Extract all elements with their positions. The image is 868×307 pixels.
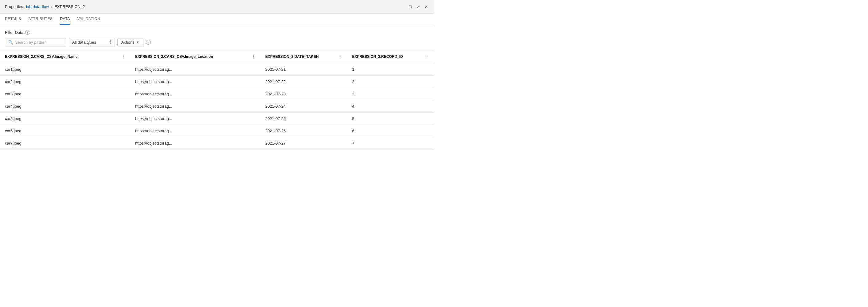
col-menu-icon-image-name[interactable]: ⋮ [121, 54, 125, 59]
cell-record-id: 7 [347, 137, 434, 149]
actions-dropdown-icon: ▼ [136, 40, 140, 44]
cell-image-name: car4.jpeg [0, 100, 130, 113]
table-row: car5.jpeghttps://objectstorag...2021-07-… [0, 113, 434, 125]
filter-controls: 🔍 All data types ▲▼ Actions ▼ i [5, 38, 429, 47]
cell-image-location: https://objectstorag... [130, 137, 260, 149]
col-label-record-id: EXPRESSION_2.RECORD_ID [352, 54, 403, 59]
cell-record-id: 1 [347, 63, 434, 76]
cell-image-location: https://objectstorag... [130, 76, 260, 88]
cell-image-location: https://objectstorag... [130, 88, 260, 100]
table-row: car2.jpeghttps://objectstorag...2021-07-… [0, 76, 434, 88]
table-body: car1.jpeghttps://objectstorag...2021-07-… [0, 63, 434, 149]
close-icon: ✕ [425, 4, 428, 9]
col-menu-icon-image-location[interactable]: ⋮ [251, 54, 255, 59]
table-header-row: EXPRESSION_2.CARS_CSV.Image_Name ⋮ EXPRE… [0, 51, 434, 63]
cell-date-taken: 2021-07-25 [260, 113, 347, 125]
close-button[interactable]: ✕ [424, 3, 429, 10]
cell-image-name: car6.jpeg [0, 125, 130, 137]
col-menu-icon-record-id[interactable]: ⋮ [425, 54, 429, 59]
cell-record-id: 2 [347, 76, 434, 88]
table-row: car7.jpeghttps://objectstorag...2021-07-… [0, 137, 434, 149]
cell-date-taken: 2021-07-22 [260, 76, 347, 88]
table-row: car4.jpeghttps://objectstorag...2021-07-… [0, 100, 434, 113]
col-header-date-taken: EXPRESSION_2.DATE_TAKEN ⋮ [260, 51, 347, 63]
data-table: EXPRESSION_2.CARS_CSV.Image_Name ⋮ EXPRE… [0, 51, 434, 149]
cell-record-id: 6 [347, 125, 434, 137]
cell-date-taken: 2021-07-21 [260, 63, 347, 76]
cell-image-name: car2.jpeg [0, 76, 130, 88]
expand-button[interactable]: ⤢ [415, 3, 421, 10]
split-view-icon: ⊟ [408, 4, 412, 9]
breadcrumb-chevron: » [51, 5, 53, 9]
breadcrumb-link[interactable]: lab-data-flow [26, 4, 49, 9]
tab-validation[interactable]: VALIDATION [78, 13, 100, 25]
expand-icon: ⤢ [416, 4, 420, 9]
tab-data[interactable]: DATA [60, 13, 70, 25]
filter-label: Filter Data i [5, 30, 429, 35]
cell-record-id: 5 [347, 113, 434, 125]
search-icon: 🔍 [8, 40, 13, 45]
actions-info-icon: i [146, 40, 151, 45]
cell-image-name: car5.jpeg [0, 113, 130, 125]
table-row: car6.jpeghttps://objectstorag...2021-07-… [0, 125, 434, 137]
cell-image-name: car3.jpeg [0, 88, 130, 100]
tabs-bar: DETAILS ATTRIBUTES DATA VALIDATION [0, 13, 434, 25]
cell-record-id: 4 [347, 100, 434, 113]
tab-attributes[interactable]: ATTRIBUTES [29, 13, 53, 25]
cell-record-id: 3 [347, 88, 434, 100]
col-menu-icon-date-taken[interactable]: ⋮ [338, 54, 342, 59]
col-header-image-name: EXPRESSION_2.CARS_CSV.Image_Name ⋮ [0, 51, 130, 63]
properties-label: Properties: [5, 4, 24, 9]
search-input[interactable] [15, 40, 63, 45]
data-table-container: EXPRESSION_2.CARS_CSV.Image_Name ⋮ EXPRE… [0, 51, 434, 149]
cell-image-location: https://objectstorag... [130, 113, 260, 125]
header-actions: ⊟ ⤢ ✕ [408, 3, 429, 10]
cell-image-name: car7.jpeg [0, 137, 130, 149]
col-label-image-location: EXPRESSION_2.CARS_CSV.Image_Location [135, 54, 213, 59]
cell-image-location: https://objectstorag... [130, 63, 260, 76]
col-header-image-location: EXPRESSION_2.CARS_CSV.Image_Location ⋮ [130, 51, 260, 63]
search-box[interactable]: 🔍 [5, 38, 66, 47]
col-label-date-taken: EXPRESSION_2.DATE_TAKEN [266, 54, 319, 59]
col-label-image-name: EXPRESSION_2.CARS_CSV.Image_Name [5, 54, 78, 59]
breadcrumb-current: EXPRESSION_2 [54, 4, 85, 9]
breadcrumb: Properties: lab-data-flow » EXPRESSION_2 [5, 4, 85, 9]
table-row: car1.jpeghttps://objectstorag...2021-07-… [0, 63, 434, 76]
cell-image-name: car1.jpeg [0, 63, 130, 76]
dropdown-chevrons-icon: ▲▼ [109, 40, 112, 45]
cell-image-location: https://objectstorag... [130, 100, 260, 113]
table-row: car3.jpeghttps://objectstorag...2021-07-… [0, 88, 434, 100]
cell-date-taken: 2021-07-26 [260, 125, 347, 137]
cell-date-taken: 2021-07-24 [260, 100, 347, 113]
data-type-label: All data types [72, 40, 96, 45]
actions-button[interactable]: Actions ▼ [117, 38, 144, 47]
filter-label-text: Filter Data [5, 30, 23, 35]
col-header-record-id: EXPRESSION_2.RECORD_ID ⋮ [347, 51, 434, 63]
data-type-dropdown[interactable]: All data types ▲▼ [69, 38, 115, 47]
tab-details[interactable]: DETAILS [5, 13, 21, 25]
cell-image-location: https://objectstorag... [130, 125, 260, 137]
filter-info-icon: i [25, 30, 30, 35]
cell-date-taken: 2021-07-23 [260, 88, 347, 100]
filter-section: Filter Data i 🔍 All data types ▲▼ Action… [0, 25, 434, 51]
window-header: Properties: lab-data-flow » EXPRESSION_2… [0, 0, 434, 13]
actions-label: Actions [121, 40, 134, 45]
cell-date-taken: 2021-07-27 [260, 137, 347, 149]
split-view-button[interactable]: ⊟ [408, 3, 413, 10]
